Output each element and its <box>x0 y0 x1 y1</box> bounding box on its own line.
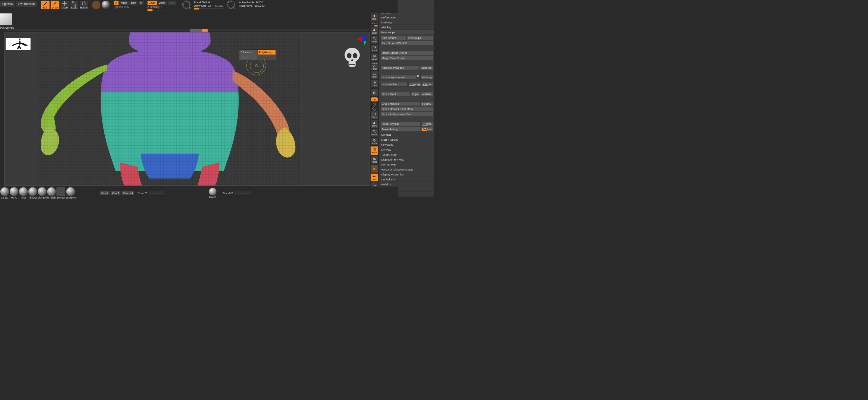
group-dynamesh-button[interactable]: Group As Dynamesh Sub <box>380 112 433 116</box>
cust2-button[interactable]: Cust2 <box>111 191 121 195</box>
section-deformation[interactable]: Deformation <box>379 15 434 20</box>
max-angle-slider[interactable]: MaxAng <box>421 75 433 80</box>
angle-slider[interactable]: Angle <box>410 92 420 96</box>
scale-mode-button[interactable]: Scale <box>70 1 79 9</box>
reference-thumbnail[interactable] <box>6 38 31 50</box>
live-boolean-button[interactable]: Live Boolean <box>16 1 37 7</box>
z-intensity-slider[interactable] <box>147 10 166 11</box>
material-sphere-1[interactable] <box>92 1 100 9</box>
section-masking[interactable]: Masking <box>379 20 434 25</box>
section-polypaint[interactable]: Polypaint <box>379 142 434 147</box>
from-masking-button[interactable]: From Masking <box>380 127 420 131</box>
zsub-button[interactable]: Zsub <box>158 1 167 5</box>
transp-button[interactable]: Transp <box>371 156 378 164</box>
ghost-button[interactable] <box>371 165 378 173</box>
lightbox-button[interactable]: LightBox <box>0 1 15 7</box>
brush-amsta[interactable]: amSta <box>0 187 9 199</box>
brush-move[interactable]: Move <box>9 187 19 199</box>
merge-similar-button[interactable]: Merge Similar Groups <box>380 51 433 55</box>
tool-swatch[interactable]: PolySphere <box>0 13 13 29</box>
polygroup-button[interactable]: PolyGroup <box>258 50 276 55</box>
aahalf-button[interactable]: AAHalf <box>371 54 378 61</box>
section-initialize[interactable]: Initialize <box>379 182 434 187</box>
frame-button[interactable]: Frame <box>371 112 378 119</box>
uv-groups-button[interactable]: Uv Groups <box>407 36 433 40</box>
material-sphere-2[interactable] <box>101 1 110 9</box>
rotate3d-button[interactable]: Rotate <box>371 138 378 146</box>
store-mt-field[interactable] <box>234 191 251 195</box>
solo-button[interactable]: Solo <box>371 174 378 182</box>
channel-a-button[interactable]: A <box>114 1 119 5</box>
clstr-slider[interactable]: Clstr 0. <box>422 82 433 87</box>
spix-slider[interactable] <box>371 25 378 26</box>
section-vector-disp[interactable]: Vector Displacement Map <box>379 167 434 172</box>
clear-to-field[interactable] <box>149 191 164 195</box>
cust1-button[interactable]: Cust1 <box>99 191 110 195</box>
ptolera-slider[interactable]: PTolera <box>421 122 433 126</box>
clear-all-button[interactable]: Clear All <box>122 191 135 195</box>
section-texture-map[interactable]: Texture Map <box>379 152 434 157</box>
section-normal-map[interactable]: Normal Map <box>379 162 434 167</box>
xyz-badge[interactable]: xyz <box>371 97 378 102</box>
morph-brush[interactable]: Morph <box>209 188 217 199</box>
move3d-button[interactable]: Move <box>371 120 378 128</box>
mtolera-slider[interactable]: MTolera <box>421 127 433 131</box>
group-masked-button[interactable]: Group Masked <box>380 101 420 106</box>
section-polygroups[interactable]: Polygroups <box>379 30 434 35</box>
auto-groups-uv-button[interactable]: Auto Groups With UV <box>380 41 433 45</box>
brush-trimdyn[interactable]: TrimDyn <box>28 187 37 199</box>
stroke-size-ring[interactable]: S <box>182 1 190 9</box>
section-unified-skin[interactable]: Unified Skin <box>379 177 434 182</box>
section-displacement-map[interactable]: Displacement Map <box>379 157 434 162</box>
zadd-button[interactable]: Zadd <box>147 1 157 5</box>
additive-toggle[interactable]: Additive <box>421 92 433 96</box>
draw-size-slider[interactable] <box>194 8 223 9</box>
coverage-slider[interactable]: Coverag <box>408 82 421 87</box>
viewport[interactable] <box>4 32 370 186</box>
section-uv-map[interactable]: UV Map <box>379 147 434 152</box>
polishg-slider[interactable]: PolishG <box>421 101 433 106</box>
polyframe-button[interactable]: PolyF <box>371 147 378 155</box>
draw-mode-button[interactable]: Draw <box>51 1 59 9</box>
brush-inflate[interactable]: Inflat <box>19 187 28 199</box>
lsym-button[interactable]: L.Sym <box>371 80 378 88</box>
normals-dot-toggle[interactable] <box>416 75 418 77</box>
scroll-button[interactable]: Scroll <box>371 27 378 35</box>
edge-sel-slider[interactable]: Edge Se <box>420 65 433 70</box>
brush-claybuild[interactable]: ClayBuil <box>37 187 47 199</box>
groups-by-normals-button[interactable]: Groups By Normals <box>380 75 416 80</box>
section-display-props[interactable]: Display Properties <box>379 172 434 177</box>
y-toggle-icon[interactable] <box>373 103 376 106</box>
section-morph-target[interactable]: Morph Target <box>379 137 434 142</box>
unclip-button[interactable]: Unclip <box>240 55 257 60</box>
merge-stray-button[interactable]: Merge Stray Groups <box>380 56 433 60</box>
lock-button[interactable] <box>371 89 378 96</box>
edit-mode-button[interactable]: Edit <box>41 1 50 9</box>
persp-button[interactable]: DynamicPersp <box>371 62 378 70</box>
regroup-edges-button[interactable]: Regroup By Edges <box>380 65 419 70</box>
auto-groups-button[interactable]: Auto Groups <box>380 36 406 40</box>
document-scroll-slider[interactable] <box>4 29 370 31</box>
skull-nav-icon[interactable] <box>343 47 361 69</box>
section-contact[interactable]: Contact <box>379 132 434 137</box>
section-visibility[interactable]: Visibility <box>379 25 434 30</box>
brush-hpolish[interactable]: hPolish <box>47 187 56 199</box>
zcut-button[interactable]: Zcut <box>167 1 176 5</box>
zoom3d-button[interactable]: Zoom3D <box>371 129 378 137</box>
dynamic-ring[interactable]: D <box>226 1 235 9</box>
mrgb-button[interactable]: Mrgb <box>119 1 129 5</box>
floor-button[interactable]: Floor <box>371 71 378 79</box>
move-mode-button[interactable]: Move <box>60 1 69 9</box>
actual-button[interactable]: Actual <box>371 45 378 53</box>
rgb-button[interactable]: Rgb <box>129 1 138 5</box>
bradius-button[interactable]: BRadius <box>240 50 257 55</box>
rotate-mode-button[interactable]: Rotate <box>80 1 88 9</box>
best-render-button[interactable]: Best <box>371 13 378 21</box>
zoom-button[interactable]: Zoom <box>371 36 378 44</box>
group-front-button[interactable]: Group Front <box>380 92 410 96</box>
m-button[interactable]: M <box>138 1 144 5</box>
brush-snakehook[interactable]: SnakeHo <box>65 187 76 199</box>
brush-zmodeler[interactable]: ZModel <box>56 187 65 199</box>
z-toggle-icon[interactable] <box>372 106 376 111</box>
group-masked-clear-button[interactable]: Group Masked Clear Mask <box>380 107 433 111</box>
